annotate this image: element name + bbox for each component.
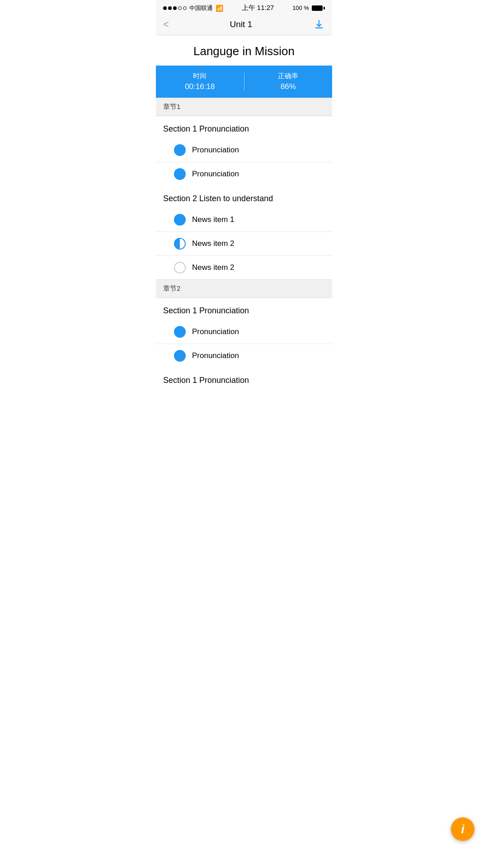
list-item[interactable]: News item 2: [156, 232, 332, 256]
battery-percent: 100 %: [292, 5, 309, 11]
status-full-icon: [174, 326, 186, 338]
signal-dot-5: [183, 6, 187, 10]
list-item[interactable]: Pronunciation: [156, 138, 332, 162]
wifi-icon: 📶: [216, 5, 223, 12]
item-label: News item 2: [192, 263, 235, 272]
page-title: Languge in Mission: [156, 35, 332, 66]
chapter2-section-1-items: Pronunciation Pronunciation: [156, 320, 332, 368]
list-item[interactable]: News item 1: [156, 208, 332, 232]
list-item[interactable]: Pronunciation: [156, 344, 332, 368]
status-full-icon: [174, 214, 186, 226]
list-item[interactable]: News item 2: [156, 256, 332, 279]
section-2-title: Section 2 Listen to understand: [156, 186, 332, 208]
status-full-icon: [174, 350, 186, 362]
item-label: Pronunciation: [192, 146, 239, 155]
time-label: 时间: [156, 72, 244, 80]
item-label: Pronunciation: [192, 170, 239, 179]
signal-dots: [163, 6, 187, 10]
download-icon: [313, 19, 325, 30]
status-left: 中国联通 📶: [163, 4, 223, 12]
status-half-icon: [174, 238, 186, 250]
signal-dot-4: [178, 6, 182, 10]
chapter2-section-1-title: Section 1 Pronunciation: [156, 298, 332, 320]
download-button[interactable]: [313, 19, 325, 30]
section-1-title: Section 1 Pronunciation: [156, 116, 332, 138]
item-label: Pronunciation: [192, 351, 239, 360]
status-empty-icon: [174, 262, 186, 274]
battery-fill: [312, 6, 322, 10]
carrier-label: 中国联通: [189, 4, 213, 12]
status-full-icon: [174, 168, 186, 180]
item-label: Pronunciation: [192, 327, 239, 336]
svg-rect-0: [315, 28, 323, 28]
nav-title: Unit 1: [230, 19, 253, 29]
status-full-icon: [174, 144, 186, 156]
stats-bar: 时间 00:16:18 正确率 86%: [156, 66, 332, 98]
accuracy-label: 正确率: [244, 72, 333, 80]
accuracy-value: 86%: [244, 82, 333, 91]
nav-bar: < Unit 1: [156, 14, 332, 35]
item-label: News item 2: [192, 239, 235, 248]
signal-dot-2: [168, 6, 172, 10]
chapter-2-header: 章节2: [156, 279, 332, 298]
back-chevron-icon[interactable]: <: [163, 19, 169, 30]
item-label: News item 1: [192, 215, 235, 224]
section-1-items: Pronunciation Pronunciation: [156, 138, 332, 186]
battery-tip: [324, 7, 325, 9]
accuracy-stat-block: 正确率 86%: [244, 72, 333, 91]
time-value: 00:16:18: [156, 82, 244, 91]
time-stat-block: 时间 00:16:18: [156, 72, 244, 91]
status-bar: 中国联通 📶 上午 11:27 100 %: [156, 0, 332, 14]
battery-icon: [312, 5, 325, 11]
status-right: 100 %: [292, 5, 325, 11]
signal-dot-3: [173, 6, 177, 10]
chapter2-section-2-title: Section 1 Pronunciation: [156, 368, 332, 390]
signal-dot-1: [163, 6, 167, 10]
section-2-items: News item 1 News item 2 News item 2: [156, 208, 332, 279]
list-item[interactable]: Pronunciation: [156, 162, 332, 186]
back-button[interactable]: <: [163, 19, 169, 30]
list-item[interactable]: Pronunciation: [156, 320, 332, 344]
battery-body: [312, 5, 323, 11]
status-time: 上午 11:27: [242, 4, 274, 12]
chapter-1-header: 章节1: [156, 98, 332, 116]
